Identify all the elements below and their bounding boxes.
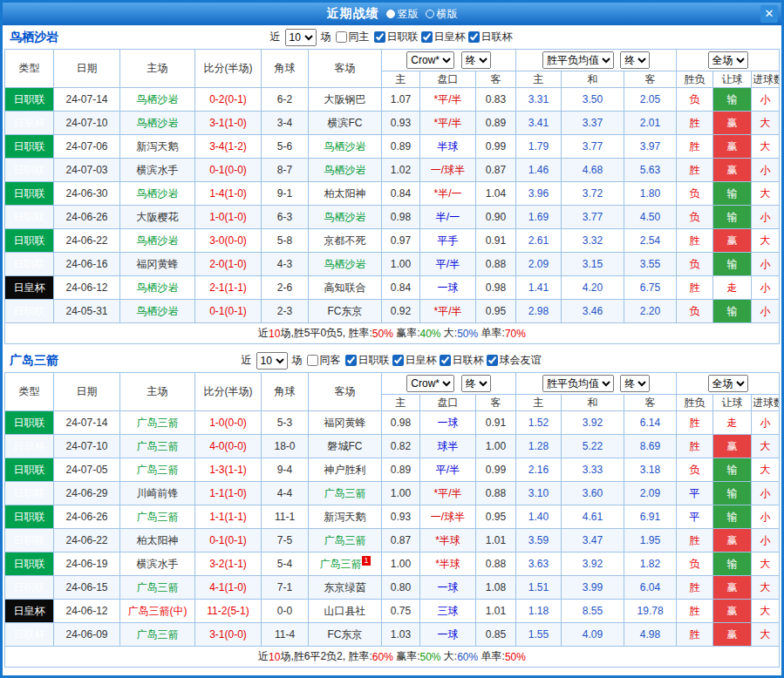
euro-home-odds: 3.63 [516,553,562,576]
handicap-result: 输 [713,553,752,576]
away-team: 高知联合 [309,276,382,300]
away-team: 京都不死 [309,229,382,253]
score: 1-0(1-0) [195,206,262,229]
recent-count-select[interactable]: 10 [256,352,288,370]
europe-stage-select[interactable]: 终 [620,375,650,392]
corner-score: 0-0 [262,600,309,623]
handicap-result: 赢 [713,135,752,159]
asian-away-odds: 0.87 [476,159,516,182]
odds-company-select[interactable]: Crow* [406,51,454,69]
league-filter[interactable]: 球会友谊 [487,353,542,368]
match-row: 日皇杯24-07-10鸟栖沙岩3-1(1-0)3-4横滨FC0.93*平/半0.… [5,112,780,135]
col-date: 日期 [54,373,120,411]
euro-away-odds: 2.20 [624,300,677,323]
score: 1-1(1-0) [195,482,262,505]
odds-company-select[interactable]: Crow* [406,375,454,392]
odds-stage-select[interactable]: 终 [461,51,491,69]
euro-away-odds: 2.05 [624,88,677,112]
league-badge: 日职联 [5,135,54,159]
league-checkbox[interactable] [487,355,498,366]
same-venue-filter[interactable]: 同主 [336,30,370,44]
euro-away-odds: 2.01 [624,112,677,135]
league-label: 球会友谊 [500,353,542,368]
league-badge: 日皇杯 [5,600,54,623]
asian-away-odds: 0.95 [476,505,516,529]
footer-stat: 70% [505,328,526,340]
league-checkbox[interactable] [374,31,385,43]
handicap-result: 赢 [713,600,752,623]
footer-stat: 单率: [478,326,505,341]
league-checkbox[interactable] [392,355,404,366]
match-row: 日职联24-05-31鸟栖沙岩0-1(0-1)2-3FC东京0.92*平/半0.… [5,300,780,323]
col-handicap: 盘口 [420,71,476,88]
handicap-result: 输 [713,182,752,206]
europe-stage-select[interactable]: 终 [620,51,650,69]
close-icon[interactable]: ✕ [760,5,778,23]
league-checkbox[interactable] [468,31,480,43]
summary-bar: 近10场,胜6平2负2, 胜率:60% 赢率:50% 大:60% 单率:50% [4,647,780,668]
recent-suffix-label: 场 [321,30,331,44]
match-result: 胜 [677,529,713,553]
match-result: 胜 [677,276,713,300]
league-filter[interactable]: 日联杯 [440,353,484,368]
same-venue-checkbox[interactable] [307,355,318,366]
goals-result: 大 [752,112,780,135]
league-filter[interactable]: 日职联 [374,30,419,44]
score: 0-1(0-0) [195,159,262,182]
radio-vertical-layout[interactable]: 竖版 [386,7,419,22]
league-filter[interactable]: 日联杯 [468,30,513,44]
radio-unselected-icon[interactable] [426,10,434,18]
euro-away-odds: 4.50 [624,206,677,229]
asian-away-odds: 0.88 [476,482,516,505]
match-row: 日职联24-07-03横滨水手0-1(0-0)8-7鸟栖沙岩1.02一/球半0.… [5,159,780,182]
asian-home-odds: 0.98 [382,206,420,229]
league-label: 日联杯 [481,30,513,44]
europe-odds-select[interactable]: 胜平负均值 [542,51,614,69]
match-date: 24-06-26 [54,206,120,229]
recent-count-select[interactable]: 10 [285,29,317,46]
goals-result: 大 [752,623,780,647]
home-team: 鸟栖沙岩 [120,300,195,323]
home-team: 广岛三箭 [120,458,195,482]
home-team: 横滨水手 [120,159,195,182]
euro-away-odds: 2.09 [624,482,677,505]
match-date: 24-06-12 [54,276,120,300]
col-euro-home: 主 [516,71,562,88]
league-filter[interactable]: 日皇杯 [421,30,466,44]
handicap: 半球 [420,135,476,159]
europe-odds-select[interactable]: 胜平负均值 [542,375,614,392]
team-name: 鸟栖沙岩 [10,30,58,45]
asian-away-odds: 0.99 [476,135,516,159]
handicap: 球半 [420,435,476,458]
euro-home-odds: 1.46 [516,159,562,182]
asian-home-odds: 1.00 [382,482,420,505]
league-checkbox[interactable] [421,31,433,43]
match-scope-select[interactable]: 全场 [708,375,748,392]
league-filter[interactable]: 日职联 [345,353,390,368]
home-team: 鸟栖沙岩 [120,276,195,300]
match-row: 日职联24-07-05广岛三箭1-3(1-1)9-4神户胜利0.89平/半0.9… [5,458,780,482]
match-result: 胜 [677,435,713,458]
odds-stage-select[interactable]: 终 [461,375,491,392]
league-checkbox[interactable] [440,355,451,366]
radio-horizontal-layout[interactable]: 横版 [426,7,458,22]
league-filter[interactable]: 日皇杯 [392,353,437,368]
league-label: 日皇杯 [434,30,466,44]
same-venue-checkbox[interactable] [336,31,347,43]
match-scope-select[interactable]: 全场 [708,51,748,69]
radio-selected-icon[interactable] [386,10,395,18]
results-table: 类型 日期 主场 比分(半场) 角球 客场 Crow* 终 胜平负均值 终 [4,372,780,647]
match-row: 日皇杯24-07-10广岛三箭4-0(0-0)18-0磐城FC0.82球半1.0… [5,435,780,458]
asian-home-odds: 0.87 [382,529,420,553]
league-filters: 日职联日皇杯日联杯 [374,30,515,44]
euro-away-odds: 3.18 [624,458,677,482]
league-checkbox[interactable] [345,355,357,366]
goals-result: 小 [752,300,780,323]
same-venue-filter[interactable]: 同客 [307,353,341,368]
home-team: 鸟栖沙岩 [120,88,195,112]
away-team: 大阪钢巴 [309,88,382,112]
euro-home-odds: 2.61 [516,229,562,253]
filter-bar: 近 10 场 同客 日职联日皇杯日联杯球会友谊 [242,352,543,370]
footer-stat: 赢率: [393,326,420,341]
match-scope-group: 全场 [677,50,780,71]
